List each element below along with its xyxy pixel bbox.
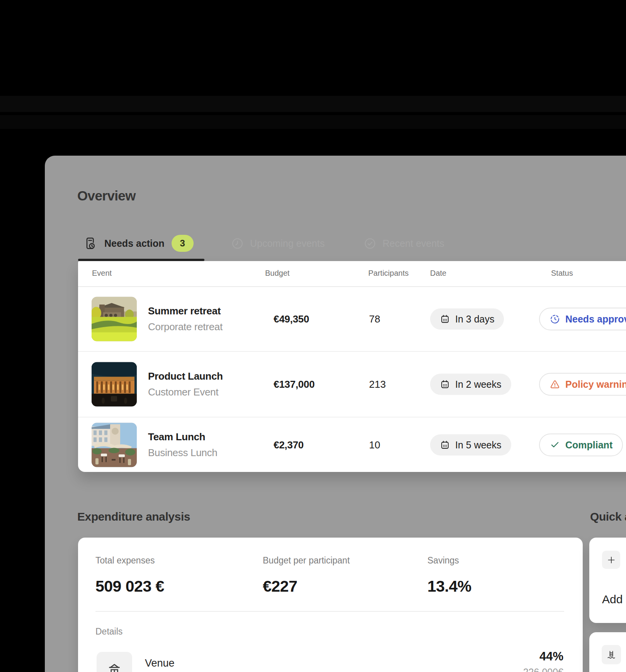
column-header-participants: Participants — [368, 269, 409, 278]
column-header-date: Date — [430, 269, 446, 278]
warning-triangle-icon — [549, 379, 560, 390]
date-label: In 2 weeks — [455, 379, 502, 390]
stat-savings: Savings 13.4% — [427, 555, 471, 596]
date-cell: In 2 weeks — [430, 374, 511, 395]
event-thumbnail — [92, 297, 137, 341]
status-cell: Needs approval — [539, 308, 626, 331]
tab-label: Recent events — [383, 238, 444, 249]
detail-item-percent: 44% — [523, 650, 563, 664]
detail-item-amount: 226 000€ — [523, 667, 563, 672]
needs-action-table: Event Budget Participants Date Status Su… — [78, 261, 626, 472]
table-header: Event Budget Participants Date Status — [78, 261, 626, 287]
stat-value: €227 — [263, 577, 350, 596]
status-badge: Compliant — [539, 433, 623, 456]
stat-value: 13.4% — [427, 577, 471, 596]
stat-label: Budget per participant — [263, 555, 350, 566]
status-label: Needs approval — [565, 314, 626, 325]
file-clock-icon — [83, 236, 97, 250]
column-header-status: Status — [551, 269, 573, 278]
event-category: Business Lunch — [148, 447, 217, 459]
column-header-budget: Budget — [265, 269, 289, 278]
budget-value: €137,000 — [274, 378, 315, 390]
participants-value: 213 — [369, 378, 386, 390]
stat-label: Savings — [427, 555, 471, 566]
event-name: Team Lunch — [148, 431, 217, 443]
details-heading: Details — [95, 626, 122, 637]
event-category: Corporate retreat — [148, 321, 223, 333]
calendar-icon — [440, 314, 450, 324]
participants-value: 78 — [369, 313, 380, 325]
calendar-icon — [440, 379, 450, 390]
event-thumbnail — [92, 362, 137, 407]
date-label: In 5 weeks — [455, 439, 502, 450]
quick-action-add-event-card[interactable]: Add event — [589, 538, 626, 623]
quick-actions-heading: Quick actions — [590, 510, 626, 523]
quick-action-label: Add event — [602, 593, 626, 606]
check-icon — [549, 440, 560, 450]
event-name-cell: Team Lunch Business Lunch — [148, 431, 217, 459]
stat-value: 509 023 € — [95, 577, 164, 596]
budget-value: €49,350 — [274, 313, 309, 325]
tab-label: Upcoming events — [250, 238, 325, 249]
date-chip: In 2 weeks — [430, 374, 511, 395]
expenditure-heading: Expenditure analysis — [77, 510, 190, 523]
table-row[interactable]: Team Lunch Business Lunch €2,370 10 In 5… — [78, 417, 626, 472]
stat-label: Total expenses — [95, 555, 164, 566]
status-cell: Compliant — [539, 433, 623, 456]
status-badge: Policy warning — [539, 373, 626, 396]
status-label: Compliant — [565, 439, 612, 450]
page-title: Overview — [77, 188, 136, 204]
background-ghost-row — [0, 115, 626, 129]
event-name-cell: Summer retreat Corporate retreat — [148, 305, 223, 333]
quick-action-card[interactable] — [589, 632, 626, 672]
clock-icon — [231, 237, 244, 250]
check-circle-icon — [364, 237, 376, 250]
screen: Overview Needs action 3 Upcomi — [0, 0, 626, 672]
app-window-dimmed: Overview Needs action 3 Upcomi — [45, 156, 626, 672]
tab-label: Needs action — [104, 238, 165, 249]
event-thumbnail — [92, 423, 137, 467]
column-header-event: Event — [92, 269, 112, 278]
background-ghost-row — [0, 96, 626, 112]
tab-needs-action[interactable]: Needs action 3 — [83, 234, 194, 253]
clock-pending-icon — [549, 314, 560, 324]
stat-total-expenses: Total expenses 509 023 € — [95, 555, 164, 596]
expenditure-card: Total expenses 509 023 € Budget per part… — [78, 538, 583, 672]
status-badge: Needs approval — [539, 308, 626, 331]
participants-value: 10 — [369, 439, 380, 451]
plus-icon[interactable] — [602, 551, 620, 569]
date-chip: In 3 days — [430, 309, 504, 330]
date-cell: In 5 weeks — [430, 434, 511, 455]
status-label: Policy warning — [565, 379, 626, 390]
date-label: In 3 days — [455, 314, 494, 325]
event-category: Customer Event — [148, 386, 223, 398]
date-cell: In 3 days — [430, 309, 504, 330]
detail-item-label[interactable]: Venue — [145, 657, 175, 669]
tab-upcoming-events[interactable]: Upcoming events — [231, 234, 325, 253]
event-name-cell: Product Launch Customer Event — [148, 370, 223, 398]
status-cell: Policy warning — [539, 373, 626, 396]
event-name: Product Launch — [148, 370, 223, 382]
table-row[interactable]: Product Launch Customer Event €137,000 2… — [78, 351, 626, 417]
budget-value: €2,370 — [274, 439, 304, 451]
needs-action-count-badge: 3 — [172, 235, 194, 252]
venue-building-icon — [97, 652, 132, 672]
table-row[interactable]: Summer retreat Corporate retreat €49,350… — [78, 287, 626, 351]
calendar-icon — [440, 440, 450, 450]
date-chip: In 5 weeks — [430, 434, 511, 455]
stat-budget-per-participant: Budget per participant €227 — [263, 555, 350, 596]
divider — [95, 611, 564, 612]
detail-item-values: 44% 226 000€ — [523, 650, 563, 672]
pool-ladder-icon[interactable] — [602, 645, 621, 664]
event-name: Summer retreat — [148, 305, 223, 317]
tab-recent-events[interactable]: Recent events — [364, 234, 444, 253]
